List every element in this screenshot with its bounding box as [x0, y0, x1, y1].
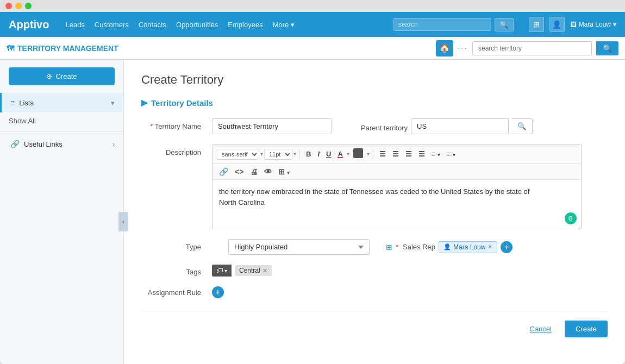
sidebar-divider [0, 131, 123, 132]
territory-search-button[interactable]: 🔍 [596, 41, 618, 55]
module-icon: 🗺 [7, 44, 14, 53]
parent-territory-search-button[interactable]: 🔍 [512, 118, 533, 134]
grammarly-g: G [568, 215, 573, 223]
highlight-color-button[interactable] [351, 147, 366, 161]
link-button[interactable]: 🔗 [217, 166, 230, 177]
cancel-button[interactable]: Cancel [523, 321, 558, 337]
font-family-chevron-icon: ▾ [260, 151, 263, 157]
description-editor[interactable]: sans-serif ▾ 11pt ▾ B I U A ▾ [212, 144, 582, 229]
color-swatch [353, 148, 363, 158]
user-menu[interactable]: 🖼 Mara Louw ▾ [570, 21, 616, 28]
show-all-link[interactable]: Show All [0, 112, 123, 129]
print-button[interactable]: 🖨 [248, 166, 260, 177]
editor-content[interactable]: the territory now embraced in the state … [212, 180, 581, 229]
territory-name-row: * Territory Name Parent territory 🔍 [141, 118, 608, 134]
align-center-button[interactable]: ☰ [390, 149, 402, 159]
justify-button[interactable]: ☰ [416, 149, 428, 159]
tag-icon: 🏷 [216, 267, 223, 274]
tags-row: Tags 🏷 ▾ Central ✕ [141, 265, 608, 277]
territory-name-label: * Territory Name [141, 122, 201, 130]
subnav-right: 🏠 ··· 🔍 [436, 40, 618, 57]
create-button[interactable]: ⊕ Create [9, 67, 115, 85]
bold-button[interactable]: B [303, 149, 314, 159]
create-plus-icon: ⊕ [46, 72, 52, 80]
page-module-title: 🗺 TERRITORY MANAGEMENT [7, 44, 118, 53]
section-header[interactable]: ▶ Territory Details [141, 98, 608, 108]
numbered-list-button[interactable]: ≡ ▾ [444, 149, 458, 159]
nav-customers[interactable]: Customers [95, 21, 129, 29]
grid-icon-button[interactable]: ⊞ [529, 17, 544, 32]
align-right-button[interactable]: ☰ [403, 149, 415, 159]
sales-rep-table-icon: ⊞ [386, 243, 392, 252]
preview-button[interactable]: 👁 [262, 166, 274, 177]
parent-territory-input[interactable] [411, 118, 509, 134]
assignment-rule-row: Assignment Rule + [141, 286, 608, 298]
type-select-container: Highly Populated [228, 239, 370, 255]
submit-create-button[interactable]: Create [565, 321, 608, 337]
italic-button[interactable]: I [315, 149, 322, 159]
type-salesrep-row: Type Highly Populated ⊞ * Sales Rep 👤 Ma… [141, 239, 608, 255]
editor-second-toolbar: 🔗 <> 🖨 👁 ⊞ ▾ [212, 164, 581, 180]
nav-search-area: 🔍 [393, 18, 514, 32]
parent-territory-label: Parent territory [353, 121, 408, 132]
logo-text: Apptivo [9, 18, 49, 31]
sales-rep-group: ⊞ * Sales Rep 👤 Mara Louw ✕ + [386, 241, 512, 253]
page-title: Create Territory [141, 73, 608, 87]
app-window: Apptivo Leads Customers Contacts Opportu… [0, 0, 625, 364]
more-options-icon[interactable]: ··· [458, 43, 468, 53]
font-size-chevron-icon: ▾ [293, 151, 296, 157]
tag-dropdown-chevron-icon: ▾ [224, 268, 227, 274]
nav-leads[interactable]: Leads [65, 21, 84, 29]
assignment-rule-add-button[interactable]: + [212, 286, 224, 298]
parent-territory-group: Parent territory 🔍 [353, 118, 533, 134]
tag-remove-button[interactable]: ✕ [262, 267, 267, 274]
titlebar [0, 0, 625, 12]
close-button[interactable] [5, 3, 12, 9]
tags-label: Tags [141, 266, 201, 276]
bullet-list-button[interactable]: ≡ ▾ [429, 149, 443, 159]
type-select[interactable]: Highly Populated [228, 239, 370, 255]
sidebar-collapse-button[interactable]: ‹ [118, 212, 128, 231]
user-chevron-icon: ▾ [613, 21, 616, 28]
assignment-rule-label: Assignment Rule [141, 288, 201, 297]
nav-opportunities[interactable]: Opportunities [176, 21, 218, 29]
align-left-button[interactable]: ☰ [377, 149, 389, 159]
sales-rep-tag: 👤 Mara Louw ✕ [439, 241, 497, 253]
useful-links-chevron-icon: › [112, 140, 115, 148]
nav-links: Leads Customers Contacts Opportunities E… [65, 21, 294, 29]
description-text: the territory now embraced in the state … [219, 186, 574, 208]
nav-search-button[interactable]: 🔍 [495, 18, 514, 32]
sales-rep-remove-button[interactable]: ✕ [488, 243, 492, 250]
maximize-button[interactable] [25, 3, 32, 9]
nav-icon-group: ⊞ 👤 🖼 Mara Louw ▾ [529, 17, 616, 32]
font-family-select[interactable]: sans-serif [217, 149, 259, 160]
nav-contacts[interactable]: Contacts [139, 21, 166, 29]
territory-name-input[interactable] [212, 118, 332, 134]
font-size-select[interactable]: 11pt [264, 149, 292, 160]
main-layout: ⊕ Create ≡ Lists ▾ Show All 🔗 Useful Lin… [0, 60, 625, 364]
lists-label: Lists [19, 99, 34, 107]
text-color-button[interactable]: A [335, 149, 345, 159]
nav-search-input[interactable] [393, 18, 491, 31]
section-title: Territory Details [151, 98, 213, 108]
table-button[interactable]: ⊞ ▾ [276, 166, 292, 177]
logo: Apptivo [9, 18, 49, 31]
sidebar-item-useful-links[interactable]: 🔗 Useful Links › [0, 134, 123, 154]
underline-button[interactable]: U [323, 149, 334, 159]
user-icon-button[interactable]: 👤 [549, 17, 565, 32]
toolbar-separator-1 [299, 149, 300, 159]
sales-rep-add-button[interactable]: + [501, 241, 512, 253]
username: Mara Louw [579, 21, 611, 28]
territory-search-input[interactable] [472, 41, 592, 55]
grammarly-icon[interactable]: G [565, 212, 577, 224]
nav-employees[interactable]: Employees [228, 21, 262, 29]
minimize-button[interactable] [15, 3, 22, 9]
home-button[interactable]: 🏠 [436, 40, 453, 57]
sidebar-item-lists[interactable]: ≡ Lists ▾ [0, 93, 123, 112]
code-button[interactable]: <> [233, 166, 246, 177]
tag-dropdown-button[interactable]: 🏷 ▾ [212, 265, 232, 277]
lists-icon: ≡ [10, 98, 15, 107]
create-button-label: Create [55, 72, 77, 80]
description-row: Description sans-serif ▾ 11pt ▾ B I [141, 144, 608, 229]
nav-more[interactable]: More ▾ [273, 21, 295, 29]
